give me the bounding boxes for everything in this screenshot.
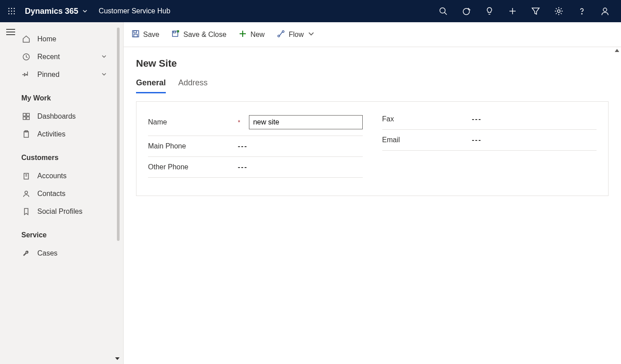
content-scroll-up-arrow-icon[interactable]	[615, 49, 619, 52]
dashboard-icon	[21, 112, 31, 120]
svg-rect-39	[173, 31, 176, 33]
svg-rect-24	[23, 113, 26, 116]
tab-address[interactable]: Address	[178, 78, 208, 93]
fax-value: ---	[472, 115, 597, 123]
nav-social-label: Social Profiles	[37, 208, 82, 216]
svg-point-9	[440, 8, 445, 13]
brand-label[interactable]: Dynamics 365	[25, 7, 78, 16]
nav-cases[interactable]: Cases	[21, 244, 123, 262]
svg-point-33	[25, 191, 28, 194]
flow-icon	[277, 30, 285, 40]
app-launcher-button[interactable]	[5, 5, 18, 17]
clipboard-icon	[21, 130, 31, 138]
svg-point-7	[11, 13, 12, 15]
svg-point-19	[603, 8, 607, 12]
chevron-down-icon	[307, 30, 315, 40]
svg-rect-37	[134, 34, 137, 37]
top-navigation-bar: Dynamics 365 Customer Service Hub	[0, 0, 621, 22]
add-icon[interactable]	[507, 6, 518, 16]
form-panel: Name * Main Phone --- Other Phone ---	[136, 101, 609, 196]
field-name-row: Name *	[148, 109, 363, 136]
sidebar-scrollbar[interactable]	[117, 28, 120, 241]
settings-icon[interactable]	[553, 6, 564, 16]
form-tabs: General Address	[136, 78, 609, 93]
nav-dashboards[interactable]: Dashboards	[21, 108, 123, 125]
name-input[interactable]	[249, 115, 362, 129]
help-icon[interactable]	[577, 6, 587, 16]
save-close-icon	[172, 30, 180, 40]
save-close-button[interactable]: Save & Close	[172, 30, 226, 40]
svg-line-10	[445, 12, 447, 15]
field-name-label: Name	[148, 118, 232, 126]
user-icon[interactable]	[600, 6, 610, 16]
svg-rect-26	[23, 117, 26, 120]
scroll-down-arrow-icon[interactable]	[115, 354, 120, 361]
save-label: Save	[143, 31, 159, 39]
svg-point-6	[8, 13, 10, 15]
hamburger-button[interactable]	[6, 28, 15, 364]
field-fax-row[interactable]: Fax ---	[382, 109, 597, 130]
svg-marker-34	[115, 357, 120, 360]
save-button[interactable]: Save	[132, 30, 159, 40]
nav-social-profiles[interactable]: Social Profiles	[21, 203, 123, 220]
field-otherphone-row[interactable]: Other Phone ---	[148, 157, 363, 178]
clock-icon	[21, 53, 31, 61]
field-email-row[interactable]: Email ---	[382, 130, 597, 151]
svg-point-18	[581, 13, 582, 14]
nav-pinned[interactable]: Pinned	[21, 66, 123, 84]
hub-name-label[interactable]: Customer Service Hub	[99, 7, 170, 15]
field-otherphone-label: Other Phone	[148, 163, 232, 171]
otherphone-value: ---	[238, 163, 363, 171]
svg-rect-35	[132, 31, 139, 37]
tab-general[interactable]: General	[136, 78, 166, 93]
svg-rect-36	[134, 31, 136, 33]
svg-point-4	[11, 11, 12, 12]
person-icon	[21, 190, 31, 198]
nav-contacts[interactable]: Contacts	[21, 185, 123, 203]
save-icon	[132, 30, 140, 40]
field-mainphone-label: Main Phone	[148, 142, 232, 150]
svg-rect-25	[27, 113, 29, 116]
lightbulb-icon[interactable]	[484, 6, 495, 16]
filter-icon[interactable]	[530, 6, 541, 16]
svg-point-43	[278, 35, 280, 37]
field-mainphone-row[interactable]: Main Phone ---	[148, 136, 363, 157]
task-icon[interactable]	[461, 6, 472, 16]
nav-home[interactable]: Home	[21, 30, 123, 48]
nav-accounts[interactable]: Accounts	[21, 167, 123, 185]
group-service: Service	[21, 220, 123, 244]
nav-activities[interactable]: Activities	[21, 125, 123, 143]
flow-button[interactable]: Flow	[277, 30, 315, 40]
nav-accounts-label: Accounts	[37, 172, 67, 180]
pin-icon	[21, 71, 31, 79]
new-label: New	[250, 31, 264, 39]
home-icon	[21, 35, 31, 43]
brand-chevron-icon[interactable]	[82, 8, 88, 14]
svg-point-1	[11, 8, 12, 9]
page-title: New Site	[136, 58, 609, 69]
required-indicator: *	[238, 119, 240, 126]
save-close-label: Save & Close	[183, 31, 226, 39]
email-value: ---	[472, 136, 597, 144]
search-icon[interactable]	[438, 6, 449, 16]
chevron-down-icon	[101, 71, 107, 79]
svg-point-0	[8, 8, 10, 9]
svg-marker-16	[532, 8, 539, 14]
nav-dashboards-label: Dashboards	[37, 112, 76, 120]
field-fax-label: Fax	[382, 115, 467, 123]
svg-point-2	[14, 8, 15, 9]
flow-label: Flow	[288, 31, 304, 39]
svg-point-3	[8, 11, 10, 12]
bookmark-icon	[21, 208, 31, 216]
command-bar: Save Save & Close New Flow	[124, 22, 621, 47]
wrench-icon	[21, 249, 31, 257]
group-mywork: My Work	[21, 84, 123, 108]
new-button[interactable]: New	[239, 30, 264, 40]
svg-point-17	[557, 10, 560, 12]
nav-home-label: Home	[37, 35, 56, 43]
nav-recent[interactable]: Recent	[21, 48, 123, 66]
nav-pinned-label: Pinned	[37, 71, 60, 79]
svg-point-44	[282, 31, 284, 32]
svg-rect-27	[27, 117, 29, 120]
svg-point-5	[14, 11, 15, 12]
